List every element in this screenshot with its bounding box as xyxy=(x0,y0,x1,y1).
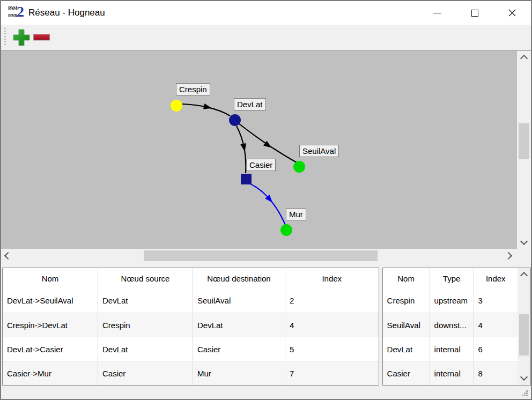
scroll-down-icon[interactable] xyxy=(520,373,528,381)
cell-source: Crespin xyxy=(98,313,193,337)
node-label-SeuilAval[interactable]: SeuilAval xyxy=(299,145,339,157)
scroll-up-icon[interactable] xyxy=(520,272,528,279)
column-header: Nom xyxy=(3,268,98,288)
cell-source: DevLat xyxy=(98,337,193,361)
network-canvas[interactable]: CrespinDevLatSeuilAvalCasierMur xyxy=(1,51,517,249)
edge-arrow-icon xyxy=(240,143,248,152)
cell-index: 6 xyxy=(474,337,518,361)
nodes-table-scrollbar[interactable] xyxy=(518,268,530,385)
cell-name: DevLat xyxy=(383,337,430,361)
cell-name: Casier->Mur xyxy=(3,361,98,385)
cell-destination: DevLat xyxy=(193,313,285,337)
table-row[interactable]: Casier->Mur Casier Mur 7 xyxy=(3,361,379,385)
cell-name: Casier xyxy=(383,361,430,385)
table-scrollbar-thumb[interactable] xyxy=(519,314,529,355)
cell-source: DevLat xyxy=(98,288,193,313)
app-icon-text-top: PAM xyxy=(8,6,17,11)
node-label-Casier[interactable]: Casier xyxy=(246,159,276,171)
toolbar xyxy=(1,25,531,50)
table-row[interactable]: Crespin upstream 3 xyxy=(383,288,518,313)
canvas-area: CrespinDevLatSeuilAvalCasierMur xyxy=(1,50,531,249)
scroll-down-icon[interactable] xyxy=(520,238,528,245)
cell-name: DevLat->Casier xyxy=(3,337,98,361)
vertical-scrollbar-thumb[interactable] xyxy=(519,123,529,159)
cell-type: downst... xyxy=(430,313,474,337)
cell-source: Casier xyxy=(98,361,193,385)
table-row[interactable]: SeuilAval downst... 4 xyxy=(383,313,518,337)
column-header: Nom xyxy=(383,268,430,288)
nodes-table-header: Nom Type Index xyxy=(383,268,518,288)
column-header: Nœud destination xyxy=(193,268,285,288)
cell-name: SeuilAval xyxy=(383,313,430,337)
cell-destination: SeuilAval xyxy=(193,288,285,313)
edge-arrow-icon xyxy=(203,103,212,111)
resize-grip-icon[interactable] xyxy=(526,395,528,396)
minimize-icon xyxy=(433,13,441,13)
close-button[interactable] xyxy=(493,1,531,25)
column-header: Index xyxy=(474,268,518,288)
cell-type: internal xyxy=(430,361,474,385)
cell-destination: Mur xyxy=(193,361,285,385)
cell-type: upstream xyxy=(430,288,474,313)
cell-index: 4 xyxy=(474,313,518,337)
edge-Casier->Mur[interactable] xyxy=(250,184,285,225)
window-controls xyxy=(418,1,531,25)
maximize-button[interactable] xyxy=(456,1,493,25)
cell-index: 7 xyxy=(285,361,379,385)
cell-type: internal xyxy=(430,337,474,361)
toolbar-drag-handle[interactable] xyxy=(4,28,6,47)
cell-name: Crespin xyxy=(383,288,430,313)
title-bar: PAM HYR 2 Réseau - Hogneau xyxy=(1,1,531,25)
close-icon xyxy=(508,9,516,17)
canvas-horizontal-scrollbar[interactable] xyxy=(1,249,518,263)
node-label-Crespin[interactable]: Crespin xyxy=(176,83,210,95)
column-header: Type xyxy=(430,268,474,288)
node-label-Mur[interactable]: Mur xyxy=(286,208,306,220)
canvas-vertical-scrollbar[interactable] xyxy=(517,51,531,249)
cell-name: DevLat->SeuilAval xyxy=(3,288,98,313)
column-header: Index xyxy=(285,268,379,288)
network-graph xyxy=(1,51,517,249)
scroll-right-icon[interactable] xyxy=(505,252,512,260)
minus-icon xyxy=(33,33,51,42)
spacer xyxy=(1,263,531,268)
plus-icon xyxy=(12,28,31,47)
minimize-button[interactable] xyxy=(418,1,456,25)
table-row[interactable]: Crespin->DevLat Crespin DevLat 4 xyxy=(3,313,379,337)
node-Casier[interactable] xyxy=(241,174,252,184)
cell-destination: Casier xyxy=(193,337,285,361)
maximize-icon xyxy=(471,10,478,17)
cell-index: 2 xyxy=(285,288,379,313)
scroll-left-icon[interactable] xyxy=(4,252,12,260)
app-window: PAM HYR 2 Réseau - Hogneau xyxy=(1,1,531,399)
app-icon: PAM HYR 2 xyxy=(8,5,24,21)
node-Mur[interactable] xyxy=(280,224,292,236)
edges-table-header: Nom Nœud source Nœud destination Index xyxy=(3,268,379,288)
table-row[interactable]: DevLat internal 6 xyxy=(383,337,518,361)
app-icon-number: 2 xyxy=(17,4,24,20)
table-row[interactable]: DevLat->Casier DevLat Casier 5 xyxy=(3,337,379,361)
cell-index: 3 xyxy=(474,288,518,313)
horizontal-scrollbar-thumb[interactable] xyxy=(144,250,378,261)
edges-table: Nom Nœud source Nœud destination Index D… xyxy=(2,268,379,386)
app-icon-text-bottom: HYR xyxy=(8,13,17,18)
scroll-up-icon[interactable] xyxy=(520,55,528,62)
nodes-table: Nom Type Index Crespin upstream 3 SeuilA… xyxy=(382,268,531,386)
horizontal-scrollbar-row xyxy=(1,249,531,263)
remove-button[interactable] xyxy=(32,27,52,48)
table-row[interactable]: DevLat->SeuilAval DevLat SeuilAval 2 xyxy=(3,288,379,313)
status-bar xyxy=(1,386,531,399)
cell-index: 4 xyxy=(285,313,379,337)
scrollbar-corner xyxy=(518,249,531,263)
cell-index: 5 xyxy=(285,337,379,361)
nodes-table-grid: Nom Type Index Crespin upstream 3 SeuilA… xyxy=(383,268,518,385)
cell-name: Crespin->DevLat xyxy=(3,313,98,337)
node-SeuilAval[interactable] xyxy=(293,161,305,173)
table-row[interactable]: Casier internal 8 xyxy=(383,361,518,385)
column-header: Nœud source xyxy=(98,268,193,288)
tables-area: Nom Nœud source Nœud destination Index D… xyxy=(1,268,531,386)
node-Crespin[interactable] xyxy=(171,100,182,112)
node-label-DevLat[interactable]: DevLat xyxy=(234,98,266,110)
add-button[interactable] xyxy=(11,27,32,48)
node-DevLat[interactable] xyxy=(229,114,241,126)
